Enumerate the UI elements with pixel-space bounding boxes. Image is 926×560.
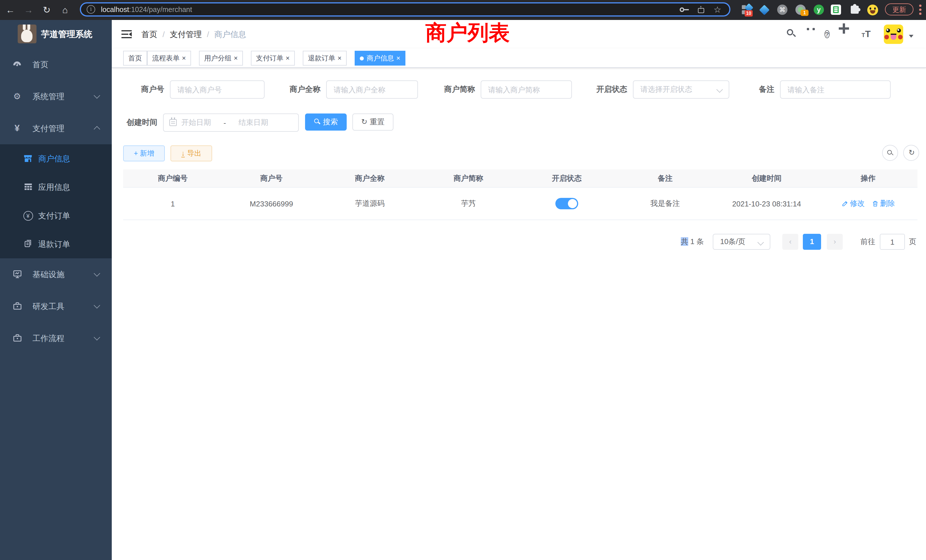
tab-user-group[interactable]: 用户分组× [199, 51, 243, 65]
sidebar-item-home[interactable]: 首页 [0, 48, 112, 80]
refresh-table-button[interactable]: ↻ [903, 145, 919, 161]
browser-update-button[interactable]: 更新 [885, 3, 914, 15]
close-icon[interactable]: × [337, 54, 342, 62]
breadcrumb-home[interactable]: 首页 [141, 30, 157, 39]
extension-badge: 10 [745, 10, 753, 17]
browser-menu-icon[interactable] [919, 5, 921, 15]
browser-forward-button[interactable]: → [22, 0, 35, 20]
browser-back-button[interactable]: ← [3, 0, 17, 20]
extension-y-icon[interactable]: y [813, 4, 825, 16]
short-name-input[interactable] [481, 80, 572, 98]
header-search-icon[interactable] [786, 29, 798, 40]
chevron-down-icon [758, 239, 764, 246]
sidebar: 芋道管理系统 首页 ⚙ 系统管理 ¥ 支付管理 [0, 20, 112, 560]
site-info-icon[interactable]: i [87, 5, 95, 14]
status-toggle[interactable] [555, 198, 578, 209]
extension-docs-icon[interactable] [830, 4, 842, 16]
extension-tray-icon[interactable]: 10 [741, 4, 753, 16]
password-key-icon[interactable] [679, 6, 688, 12]
sidebar-item-infrastructure[interactable]: 基础设施 [0, 258, 112, 290]
full-name-input[interactable] [326, 80, 418, 98]
close-icon[interactable]: × [286, 54, 290, 62]
goto-page-input[interactable] [880, 234, 905, 250]
sidebar-item-payment[interactable]: ¥ 支付管理 [0, 112, 112, 144]
close-icon[interactable]: × [182, 54, 186, 62]
sidebar-item-workflow[interactable]: 工作流程 [0, 322, 112, 354]
bookmark-star-icon[interactable]: ☆ [714, 4, 721, 15]
tab-home[interactable]: 首页 [123, 51, 147, 65]
pagination-total: 共 1 条 [681, 234, 704, 250]
cell-actions: 修改 删除 [819, 188, 917, 219]
page-size-select[interactable]: 10条/页 [713, 234, 770, 250]
sidebar-item-app-info[interactable]: 应用信息 [0, 173, 112, 201]
annotation-title: 商户列表 [425, 19, 510, 47]
reset-button[interactable]: ↻重置 [353, 114, 393, 130]
close-icon[interactable]: × [396, 54, 400, 62]
edit-link[interactable]: 修改 [841, 198, 865, 209]
chevron-down-icon [94, 334, 100, 341]
browser-home-button[interactable]: ⌂ [58, 0, 72, 20]
next-page-button[interactable]: › [827, 234, 843, 250]
extension-camera-icon[interactable]: 1 [795, 4, 807, 16]
current-page-button[interactable]: 1 [803, 234, 821, 250]
copy-document-icon [23, 239, 33, 249]
app-root: 芋道管理系统 首页 ⚙ 系统管理 ¥ 支付管理 [0, 20, 926, 560]
trash-icon [872, 200, 878, 207]
table-header-row: 商户编号 商户号 商户全称 商户简称 开启状态 备注 创建时间 操作 [123, 170, 917, 188]
add-button[interactable]: + 新增 [123, 145, 165, 161]
page-unit-label: 页 [909, 234, 916, 250]
cell-status [518, 188, 616, 219]
tab-refund-order[interactable]: 退款订单× [303, 51, 346, 65]
status-label: 开启状态 [570, 80, 627, 98]
browser-toolbar: ← → ↻ ⌂ i localhost:1024/pay/merchant ☆ … [0, 0, 926, 20]
avatar-caret-icon[interactable] [909, 35, 914, 40]
short-name-label: 商户简称 [418, 80, 475, 98]
font-size-icon[interactable]: TT [862, 29, 873, 40]
active-dot-icon [360, 56, 364, 61]
extensions-puzzle-icon[interactable] [850, 4, 862, 16]
create-time-range-picker[interactable]: 开始日期 - 结束日期 [163, 114, 299, 132]
sidebar-item-refund-order[interactable]: 退款订单 [0, 230, 112, 258]
prev-page-button[interactable]: ‹ [782, 234, 798, 250]
avatar[interactable] [884, 24, 903, 44]
goto-label: 前往 [861, 234, 875, 250]
extension-command-icon[interactable]: ⌘ [776, 4, 788, 16]
sidebar-item-pay-order[interactable]: ¥ 支付订单 [0, 201, 112, 230]
toolbox-icon [12, 301, 22, 311]
github-icon[interactable] [805, 29, 817, 40]
briefcase-icon [12, 333, 22, 343]
cell-merchant-id: 1 [123, 188, 222, 219]
close-icon[interactable]: × [234, 54, 238, 62]
toggle-search-button[interactable] [882, 145, 898, 161]
sidebar-item-merchant-info[interactable]: 商户信息 [0, 144, 112, 173]
fullscreen-icon[interactable] [844, 29, 855, 40]
browser-reload-button[interactable]: ↻ [40, 0, 54, 20]
download-icon: ↓ [181, 151, 185, 157]
shop-icon [23, 153, 33, 163]
merchant-no-input[interactable] [170, 80, 265, 98]
tab-process-form[interactable]: 流程表单× [147, 51, 191, 65]
status-select[interactable]: 请选择开启状态 [633, 80, 729, 98]
extension-gem-icon[interactable] [758, 4, 770, 16]
search-icon [314, 119, 321, 126]
search-button[interactable]: 搜索 [305, 114, 346, 130]
help-icon[interactable]: ? [825, 29, 836, 40]
address-bar[interactable]: i localhost:1024/pay/merchant ☆ [80, 2, 731, 17]
sidebar-item-system[interactable]: ⚙ 系统管理 [0, 80, 112, 112]
tab-merchant-info[interactable]: 商户信息× [355, 51, 406, 65]
chevron-down-icon [94, 302, 100, 309]
cell-merchant-no: M233666999 [222, 188, 321, 219]
edit-pencil-icon [841, 200, 848, 207]
delete-link[interactable]: 删除 [872, 198, 895, 209]
share-icon[interactable] [698, 5, 705, 14]
export-button[interactable]: ↓导出 [171, 145, 212, 161]
app-logo[interactable]: 芋道管理系统 [0, 20, 112, 48]
extension-emoji-icon[interactable] [867, 4, 879, 16]
sidebar-collapse-icon[interactable] [121, 30, 132, 38]
breadcrumb-payment[interactable]: 支付管理 [170, 30, 202, 39]
breadcrumb-current: 商户信息 [214, 30, 246, 39]
tab-pay-order[interactable]: 支付订单× [251, 51, 295, 65]
table-row: 1 M233666999 芋道源码 芋艿 我是备注 2021-10-23 08:… [123, 188, 917, 220]
remark-input[interactable] [780, 80, 891, 98]
sidebar-item-dev-tools[interactable]: 研发工具 [0, 290, 112, 322]
